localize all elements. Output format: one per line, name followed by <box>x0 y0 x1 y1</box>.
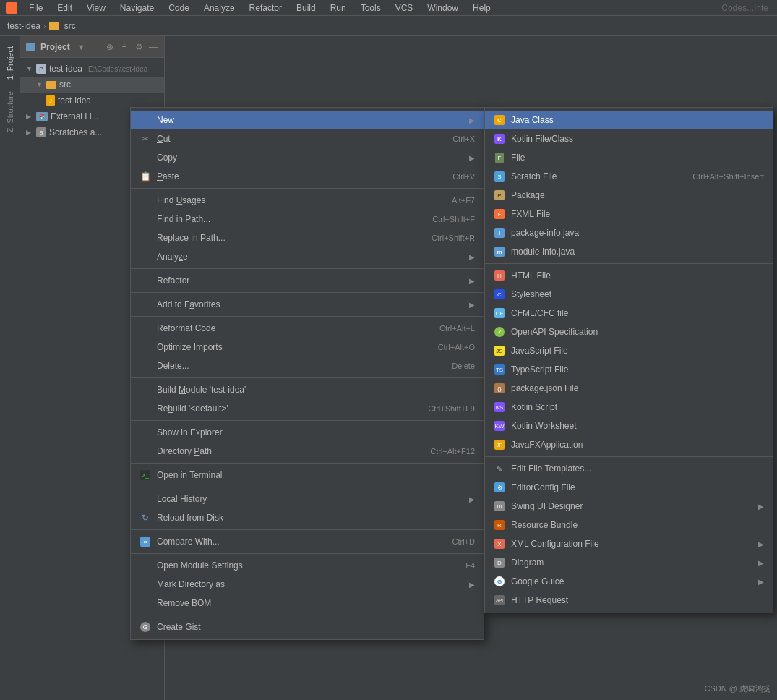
sub-label-swing-ui: Swing UI Designer <box>511 501 752 511</box>
ext-lib-icon: 📚 <box>36 112 48 121</box>
tree-path: E:\Codes\test-idea <box>88 65 147 73</box>
ctx-item-add-favorites[interactable]: Add to Favorites ▶ <box>131 295 484 314</box>
ctx-item-build-module[interactable]: Build Module 'test-idea' <box>131 380 484 399</box>
ctx-item-delete[interactable]: Delete... Delete <box>131 357 484 375</box>
sub-item-resource-bundle[interactable]: R Resource Bundle <box>485 516 773 534</box>
ctx-item-refactor[interactable]: Refactor ▶ <box>131 271 484 290</box>
tree-label-scratches: Scratches a... <box>49 127 102 137</box>
ctx-item-module-settings[interactable]: Open Module Settings F4 <box>131 556 484 575</box>
sub-item-diagram[interactable]: D Diagram ▶ <box>485 553 773 572</box>
sub-item-html[interactable]: H HTML File <box>485 266 773 285</box>
gist-icon: G <box>140 622 150 632</box>
sub-item-google-guice[interactable]: G Google Guice ▶ <box>485 572 773 591</box>
sub-item-swing-ui[interactable]: UI Swing UI Designer ▶ <box>485 497 773 516</box>
menu-navigate[interactable]: Navigate <box>117 3 157 13</box>
project-panel-header: Project ▼ ⊕ ÷ ⚙ — <box>20 36 164 58</box>
tree-item-test-idea[interactable]: ▼ P test-idea E:\Codes\test-idea <box>20 61 164 77</box>
sub-item-typescript[interactable]: TS TypeScript File <box>485 360 773 379</box>
sub-item-edit-templates[interactable]: ✎ Edit File Templates... <box>485 459 773 478</box>
menu-view[interactable]: View <box>84 3 108 13</box>
tree-item-src[interactable]: ▼ src <box>20 77 164 93</box>
sub-label-http-request: HTTP Request <box>511 595 764 605</box>
sub-icon-file: F <box>494 152 505 163</box>
sub-item-kotlin-worksheet[interactable]: KW Kotlin Worksheet <box>485 417 773 435</box>
sub-item-stylesheet[interactable]: C Stylesheet <box>485 285 773 304</box>
tree-item-test-idea-file[interactable]: J test-idea <box>20 93 164 108</box>
breadcrumb-project[interactable]: test-idea <box>7 21 40 31</box>
menu-window[interactable]: Window <box>424 3 461 13</box>
ctx-item-replace-in-path[interactable]: Replace in Path... Ctrl+Shift+R <box>131 229 484 247</box>
sub-item-package-json[interactable]: {} package.json File <box>485 379 773 398</box>
menu-code[interactable]: Code <box>166 3 192 13</box>
menu-edit[interactable]: Edit <box>54 3 75 13</box>
ctx-divider-10 <box>131 553 484 554</box>
sidebar-tab-project[interactable]: 1: Project <box>4 42 16 84</box>
sub-item-javascript[interactable]: JS JavaScript File <box>485 341 773 360</box>
scratch-icon: S <box>36 127 46 137</box>
ctx-icon-open-terminal: >_ <box>139 469 151 481</box>
ctx-item-new[interactable]: New ▶ <box>131 111 484 129</box>
panel-icon-split[interactable]: ÷ <box>119 42 129 52</box>
sub-item-file[interactable]: F File <box>485 148 773 167</box>
ctx-item-mark-directory[interactable]: Mark Directory as ▶ <box>131 575 484 594</box>
terminal-icon: >_ <box>140 470 150 480</box>
sub-item-xml-config[interactable]: X XML Configuration File ▶ <box>485 534 773 553</box>
ctx-item-reload-disk[interactable]: ↻ Reload from Disk <box>131 508 484 527</box>
sub-label-java-class: Java Class <box>511 115 764 125</box>
sub-item-kotlin-script[interactable]: KS Kotlin Script <box>485 398 773 417</box>
menu-vcs[interactable]: VCS <box>392 3 416 13</box>
sub-item-kotlin-file[interactable]: K Kotlin File/Class <box>485 129 773 148</box>
sub-label-editorconfig: EditorConfig File <box>511 482 764 492</box>
menu-refactor[interactable]: Refactor <box>246 3 285 13</box>
ctx-item-compare-with[interactable]: ⇔ Compare With... Ctrl+D <box>131 532 484 551</box>
sub-label-html: HTML File <box>511 270 764 281</box>
ctx-item-reformat-code[interactable]: Reformat Code Ctrl+Alt+L <box>131 319 484 338</box>
sub-item-cfml[interactable]: CF CFML/CFC file <box>485 304 773 323</box>
ctx-item-show-explorer[interactable]: Show in Explorer <box>131 423 484 442</box>
sub-item-http-request[interactable]: API HTTP Request <box>485 591 773 610</box>
ctx-item-paste[interactable]: 📋 Paste Ctrl+V <box>131 167 484 186</box>
sub-item-module-info[interactable]: m module-info.java <box>485 242 773 261</box>
ctx-label-create-gist: Create Gist <box>157 622 475 632</box>
ctx-item-find-usages[interactable]: Find Usages Alt+F7 <box>131 191 484 210</box>
sub-label-scratch-file: Scratch File <box>511 171 692 182</box>
ctx-divider-8 <box>131 487 484 487</box>
ctx-item-find-in-path[interactable]: Find in Path... Ctrl+Shift+F <box>131 210 484 229</box>
menu-help[interactable]: Help <box>470 3 494 13</box>
ctx-label-find-in-path: Find in Path... <box>157 214 432 224</box>
ctx-item-cut[interactable]: ✂ Cut Ctrl+X <box>131 129 484 148</box>
sub-item-scratch-file[interactable]: S Scratch File Ctrl+Alt+Shift+Insert <box>485 167 773 186</box>
sub-item-java-class[interactable]: C Java Class <box>485 111 773 129</box>
sub-item-package-info[interactable]: i package-info.java <box>485 223 773 242</box>
sub-label-cfml: CFML/CFC file <box>511 308 764 318</box>
menu-analyze[interactable]: Analyze <box>201 3 238 13</box>
ctx-icon-refactor <box>139 275 151 286</box>
sub-item-package[interactable]: P Package <box>485 186 773 205</box>
ctx-icon-module-settings <box>139 560 151 571</box>
sidebar-tab-structure[interactable]: Z: Structure <box>4 87 16 137</box>
sub-item-javafx[interactable]: JF JavaFXApplication <box>485 435 773 454</box>
menu-file[interactable]: File <box>26 3 46 13</box>
watermark: CSDN @ 虎啸鸿扬 <box>705 683 771 694</box>
sub-item-fxml[interactable]: F FXML File <box>485 205 773 223</box>
panel-icon-minimize[interactable]: — <box>148 42 158 52</box>
panel-icon-settings[interactable]: ⚙ <box>134 42 144 52</box>
ctx-item-optimize-imports[interactable]: Optimize Imports Ctrl+Alt+O <box>131 338 484 357</box>
sub-item-openapi[interactable]: ✓ OpenAPI Specification <box>485 323 773 341</box>
breadcrumb-src[interactable]: src <box>64 21 76 31</box>
menu-run[interactable]: Run <box>327 3 349 13</box>
ctx-item-copy[interactable]: Copy ▶ <box>131 148 484 167</box>
panel-icon-globe[interactable]: ⊕ <box>105 42 115 52</box>
ctx-item-local-history[interactable]: Local History ▶ <box>131 490 484 508</box>
menu-build[interactable]: Build <box>293 3 319 13</box>
ctx-item-rebuild[interactable]: Rebuild '<default>' Ctrl+Shift+F9 <box>131 399 484 418</box>
ctx-label-analyze: Analyze <box>157 252 463 262</box>
ctx-item-open-terminal[interactable]: >_ Open in Terminal <box>131 466 484 485</box>
panel-dropdown-arrow[interactable]: ▼ <box>77 43 85 51</box>
menu-tools[interactable]: Tools <box>358 3 384 13</box>
sub-item-editorconfig[interactable]: ⚙ EditorConfig File <box>485 478 773 497</box>
ctx-item-remove-bom[interactable]: Remove BOM <box>131 594 484 612</box>
ctx-item-directory-path[interactable]: Directory Path Ctrl+Alt+F12 <box>131 442 484 461</box>
ctx-item-create-gist[interactable]: G Create Gist <box>131 618 484 636</box>
ctx-item-analyze[interactable]: Analyze ▶ <box>131 247 484 266</box>
